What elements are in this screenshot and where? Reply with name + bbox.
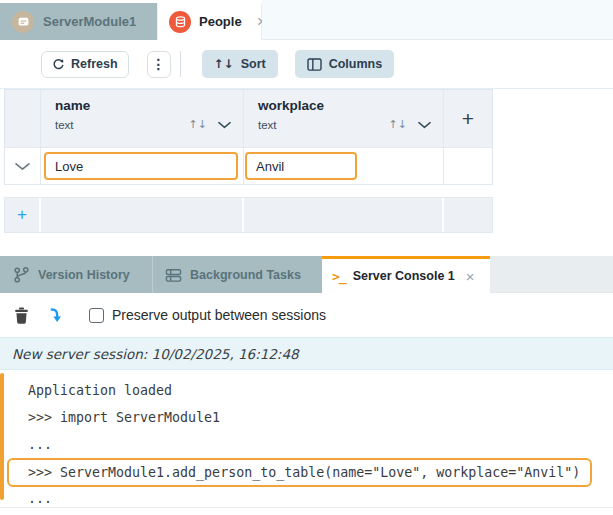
tab-label: People [199,14,242,29]
cell-value-name[interactable]: Love [44,152,238,180]
session-info-bar: New server session: 10/02/2025, 16:12:48 [0,337,613,370]
highlighted-command: >>> ServerModule1.add_person_to_table(na… [7,458,592,487]
bottom-panel: Version History Background Tasks >_ Serv… [0,256,613,515]
toolbar-divider [180,51,181,77]
table-cell-name: Love [41,148,244,185]
refresh-button[interactable]: Refresh [41,51,129,78]
clear-console-trash-icon[interactable] [14,307,29,324]
add-row-cell[interactable] [41,198,244,232]
data-table-toolbar: Refresh ⋮ ↑↓ Sort Columns [0,40,613,89]
session-message: New server session: 10/02/2025, 16:12:48 [12,346,299,362]
module-icon [12,11,34,33]
editor-tab-bar: ServerModule1 People × [0,0,613,40]
console-accent-bar [0,373,4,500]
console-line-highlighted: >>> ServerModule1.add_person_to_table(na… [28,458,613,485]
background-tasks-icon [165,266,182,284]
console-line: ... [28,431,613,458]
refresh-icon [52,58,65,71]
tab-bar-filler [262,0,613,40]
add-row-strip: + [4,197,493,233]
preserve-output-checkbox[interactable] [89,308,104,323]
column-title: name [55,98,231,113]
people-data-table: name text ↑↓ workplace text ↑↓ + [4,89,493,185]
tab-version-history[interactable]: Version History [0,256,152,293]
tab-server-console-1[interactable]: >_ Server Console 1 × [322,256,490,293]
add-row-button[interactable]: + [5,198,41,232]
close-icon[interactable]: × [466,269,475,284]
column-sort-icon[interactable]: ↑↓ [389,118,407,131]
chevron-down-icon[interactable] [218,121,231,129]
gutter-header-cell [5,90,41,148]
sort-button[interactable]: ↑↓ Sort [202,50,278,78]
row-expand-chevron[interactable] [5,148,41,185]
column-type: text [55,119,189,131]
add-row-cell[interactable] [244,198,444,232]
tab-server-module-1[interactable]: ServerModule1 [0,3,157,40]
bottom-tab-bar: Version History Background Tasks >_ Serv… [0,256,613,293]
console-line: >>> import ServerModule1 [28,404,613,431]
tab-label: Version History [38,268,130,282]
server-console-output: Application loaded >>> import ServerModu… [0,370,613,508]
column-sort-icon[interactable]: ↑↓ [189,118,207,131]
sort-arrows-icon: ↑↓ [214,57,234,71]
sort-label: Sort [241,57,266,71]
console-toolbar: Preserve output between sessions [0,293,613,337]
column-type: text [258,119,389,131]
columns-icon [307,58,322,71]
refresh-label: Refresh [71,57,118,71]
tab-label: Server Console 1 [353,269,455,283]
column-header-name[interactable]: name text ↑↓ [41,90,244,148]
cell-value-workplace[interactable]: Anvil [245,152,357,180]
more-options-button[interactable]: ⋮ [147,51,171,78]
terminal-icon: >_ [332,269,346,284]
tab-label: Background Tasks [190,268,301,282]
tab-people[interactable]: People × [157,3,262,40]
console-line: ... [28,485,613,512]
tab-background-tasks[interactable]: Background Tasks [152,256,322,293]
table-cell-empty [444,148,492,185]
anvil-editor-window: ServerModule1 People × Refresh ⋮ ↑↓ Sort [0,0,613,515]
version-history-icon [13,266,30,284]
console-line: Application loaded [28,377,613,404]
columns-button[interactable]: Columns [295,50,394,78]
add-column-button[interactable]: + [444,90,492,148]
column-title: workplace [258,98,431,113]
database-icon [169,11,191,33]
preserve-output-label: Preserve output between sessions [112,307,326,323]
chevron-down-icon[interactable] [418,121,431,129]
bottom-tab-bar-filler [490,256,613,293]
columns-label: Columns [329,57,382,71]
tab-label: ServerModule1 [43,14,136,29]
scroll-to-bottom-icon[interactable] [49,307,64,324]
add-row-cell[interactable] [444,198,492,232]
table-cell-workplace: Anvil [244,148,444,185]
column-header-workplace[interactable]: workplace text ↑↓ [244,90,444,148]
